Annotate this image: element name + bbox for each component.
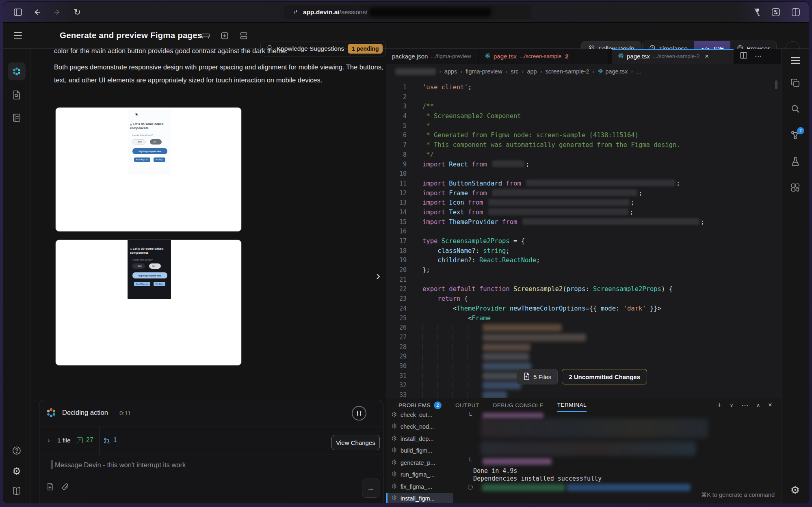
sidebar-toggle-icon[interactable]: [13, 7, 23, 17]
figma-preview-card-dark[interactable]: △Let's do some baked components I wonder…: [55, 239, 242, 366]
code-token: Icon: [449, 199, 468, 206]
settings-gear-icon[interactable]: ⚙: [8, 462, 26, 480]
tab-output[interactable]: OUTPUT: [455, 398, 479, 412]
code-token: className: [437, 247, 472, 255]
file-search-icon[interactable]: [8, 86, 26, 104]
browser-window: ↻ app.devin.ai/sessions/ Generate and pr: [3, 2, 809, 503]
uncommitted-changes-button[interactable]: 2 Uncommitted Changes: [562, 369, 647, 384]
terminal-session-item[interactable]: check_nod...: [386, 421, 453, 433]
code-token: Screensample2Props: [442, 237, 510, 245]
send-button[interactable]: →: [362, 479, 379, 498]
notebook-icon[interactable]: [8, 109, 26, 127]
mock-small-buttons: Small Ways, Inc The Ways: [134, 282, 165, 286]
triangle-icon: △: [130, 248, 132, 250]
paperclip-icon[interactable]: [61, 482, 70, 492]
redacted-code: [526, 179, 675, 186]
panel-close-icon[interactable]: ×: [768, 401, 772, 409]
back-icon[interactable]: [32, 7, 42, 17]
breadcrumb-item[interactable]: src: [511, 68, 518, 75]
view-changes-button[interactable]: View Changes: [331, 435, 380, 450]
close-tab-icon[interactable]: ×: [705, 53, 708, 60]
code-token: return: [437, 295, 460, 302]
breadcrumb-item[interactable]: app: [527, 68, 537, 75]
flask-icon[interactable]: [790, 157, 800, 166]
line-number: 29: [386, 352, 416, 362]
split-editor-icon[interactable]: [740, 52, 747, 61]
breadcrumb-item[interactable]: screen-sample-2: [545, 68, 589, 75]
code-token: Text: [449, 209, 468, 216]
tree-branch-glyph: └: [468, 412, 472, 419]
breadcrumb-item[interactable]: ...: [636, 68, 641, 75]
status-elapsed: 0:11: [119, 410, 131, 416]
tab-page-tsx-sample-2[interactable]: page.tsx .../screen-sample-2 ×: [612, 49, 734, 64]
collapse-handle[interactable]: ›: [372, 265, 384, 286]
menu-icon[interactable]: [14, 32, 22, 39]
code-line: 28: [386, 343, 781, 352]
breadcrumb-item[interactable]: apps: [444, 68, 457, 75]
workspace-icon[interactable]: [201, 31, 210, 40]
code-token: import: [422, 209, 449, 216]
archive-download-icon[interactable]: [220, 31, 229, 40]
terminal-session-item[interactable]: run_figma_...: [386, 469, 453, 481]
customize-icon[interactable]: [771, 7, 781, 17]
code-editor[interactable]: 1'use client';23/**4 * Screensample2 Com…: [386, 79, 781, 398]
copy-files-icon[interactable]: [790, 78, 800, 88]
mock-get-button: Get →: [149, 263, 161, 269]
reload-icon[interactable]: ↻: [72, 7, 82, 17]
chevron-right-icon[interactable]: ›: [48, 436, 50, 444]
docs-book-icon[interactable]: [8, 482, 26, 500]
editor-scrollbar[interactable]: [775, 80, 777, 89]
code-line: 5 *: [386, 121, 781, 131]
code-text: <Frame: [416, 314, 491, 324]
panel-more-icon[interactable]: ⋯: [741, 401, 748, 410]
ide-settings-gear-icon[interactable]: ⚙: [790, 484, 800, 496]
search-icon[interactable]: [790, 104, 800, 114]
editor-menu-icon[interactable]: [790, 57, 800, 64]
files-changed-button[interactable]: 5 Files: [517, 369, 558, 384]
pause-button[interactable]: [352, 406, 366, 421]
terminal-session-item[interactable]: check_out...: [386, 412, 453, 421]
terminal-session-item[interactable]: install_figm...: [386, 493, 453, 503]
link-icon: [293, 9, 299, 16]
terminal-session-item[interactable]: generate_p...: [386, 457, 453, 469]
tab-terminal[interactable]: TERMINAL: [557, 398, 587, 412]
new-terminal-icon[interactable]: +: [717, 401, 721, 410]
forward-icon[interactable]: [52, 7, 62, 17]
blurred-code: [483, 324, 562, 332]
devin-logo[interactable]: [8, 63, 26, 80]
code-token: newThemeColorOptions: [510, 305, 586, 312]
address-bar[interactable]: app.devin.ai/sessions/: [284, 5, 531, 19]
help-icon[interactable]: [8, 442, 26, 460]
tab-problems[interactable]: PROBLEMS 2: [398, 398, 442, 412]
line-number: 6: [386, 131, 416, 140]
terminal-dropdown-icon[interactable]: ∨: [730, 402, 733, 408]
breadcrumb-item[interactable]: figma-preview: [466, 68, 502, 75]
mock-button-row: ← Back Get →: [132, 139, 162, 145]
more-actions-icon[interactable]: ⋯: [755, 52, 762, 60]
breadcrumb-item[interactable]: page.tsx: [598, 68, 628, 75]
line-number: 25: [386, 314, 416, 324]
code-line: 2: [386, 93, 781, 102]
terminal-session-item[interactable]: build_figm...: [386, 445, 453, 457]
tab-debug-console[interactable]: DEBUG CONSOLE: [493, 398, 543, 412]
attach-file-icon[interactable]: [45, 482, 55, 492]
split-view-icon[interactable]: [791, 7, 801, 17]
figma-preview-card-light[interactable]: △Let's do some baked components I wonder…: [55, 107, 242, 232]
tab-page-tsx-sample[interactable]: page.tsx .../screen-sample 2: [479, 49, 608, 64]
extension-flag-icon[interactable]: [752, 7, 762, 17]
terminal-session-item[interactable]: install_dep...: [386, 433, 453, 445]
line-number: 24: [386, 304, 416, 314]
terminal-output[interactable]: └ └ Done in 4.9s Dependencies installed …: [453, 412, 781, 503]
terminal-session-item[interactable]: fix_figma_...: [386, 481, 453, 493]
line-number: 16: [386, 227, 416, 237]
cards-layout-icon[interactable]: [239, 31, 248, 40]
extensions-icon[interactable]: [790, 183, 800, 192]
line-number: 14: [386, 208, 416, 218]
blurred-code: [483, 372, 519, 380]
tab-package-json[interactable]: package.json .../figma-preview: [386, 49, 479, 64]
terminal-line-deps: Dependencies installed successfully: [473, 475, 602, 482]
code-line: 13import Icon from ;: [386, 198, 781, 208]
message-composer[interactable]: Message Devin - this won't interrupt its…: [39, 455, 383, 503]
devin-flower-icon: [391, 483, 397, 490]
panel-maximize-icon[interactable]: ∧: [756, 402, 760, 408]
